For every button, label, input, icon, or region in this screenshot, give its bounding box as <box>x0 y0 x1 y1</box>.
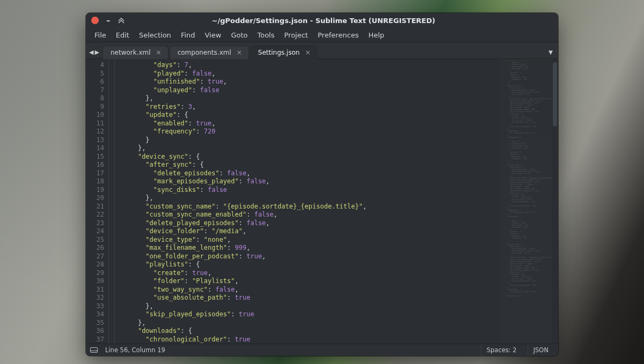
menu-tools[interactable]: Tools <box>253 29 279 41</box>
window-close-button[interactable] <box>91 17 99 24</box>
indentation-setting[interactable]: Spaces: 2 <box>481 344 522 356</box>
vertical-scrollbar[interactable] <box>552 59 558 344</box>
window-maximize-button[interactable] <box>118 17 125 24</box>
cursor-position[interactable]: Line 56, Column 19 <box>105 346 165 354</box>
menu-bar: FileEditSelectionFindViewGotoToolsProjec… <box>86 28 558 42</box>
tab-settings-json[interactable]: Settings.json× <box>250 46 318 59</box>
status-bar: Line 56, Column 19 Spaces: 2 JSON <box>86 344 558 356</box>
window-title: ~/gPodder/Settings.json - Sublime Text (… <box>125 17 523 25</box>
tab-label: Settings.json <box>258 49 300 56</box>
app-window: – ~/gPodder/Settings.json - Sublime Text… <box>86 13 558 356</box>
menu-selection[interactable]: Selection <box>135 29 175 41</box>
line-number-gutter[interactable]: 4567891011121314151617181920212223242526… <box>86 59 108 344</box>
tab-components-xml[interactable]: components.xml× <box>170 46 249 59</box>
menu-help[interactable]: Help <box>364 29 389 41</box>
title-bar[interactable]: – ~/gPodder/Settings.json - Sublime Text… <box>86 13 558 28</box>
menu-project[interactable]: Project <box>280 29 312 41</box>
menu-view[interactable]: View <box>201 29 226 41</box>
scrollbar-thumb[interactable] <box>553 62 557 127</box>
menu-goto[interactable]: Goto <box>226 29 252 41</box>
tab-network-xml[interactable]: network.xml× <box>103 46 169 59</box>
tab-close-icon[interactable]: × <box>237 49 242 56</box>
tab-label: network.xml <box>111 49 151 56</box>
minimap[interactable]: "days": 7, "played": false, "unfinished"… <box>500 59 552 344</box>
minimap-content: "days": 7, "played": false, "unfinished"… <box>503 61 548 299</box>
window-minimize-button[interactable]: – <box>106 18 111 23</box>
tab-bar: ◀ ▶ network.xml×components.xml×Settings.… <box>86 42 558 59</box>
tab-label: components.xml <box>178 49 231 56</box>
tab-back-icon[interactable]: ◀ <box>89 49 93 56</box>
tab-dropdown-icon[interactable]: ▼ <box>548 49 553 55</box>
syntax-setting[interactable]: JSON <box>528 344 554 356</box>
menu-file[interactable]: File <box>90 29 111 41</box>
editor-area: 4567891011121314151617181920212223242526… <box>86 59 558 344</box>
tab-close-icon[interactable]: × <box>156 49 162 56</box>
tab-close-icon[interactable]: × <box>305 49 310 56</box>
menu-find[interactable]: Find <box>177 29 200 41</box>
panel-switcher-icon[interactable] <box>90 347 98 353</box>
menu-edit[interactable]: Edit <box>112 29 134 41</box>
tab-history-nav: ◀ ▶ <box>89 49 99 56</box>
tab-forward-icon[interactable]: ▶ <box>94 49 99 56</box>
svg-rect-0 <box>91 348 98 353</box>
menu-preferences[interactable]: Preferences <box>313 29 363 41</box>
fold-gutter[interactable] <box>108 59 115 344</box>
code-view[interactable]: "days": 7, "played": false, "unfinished"… <box>115 59 500 344</box>
